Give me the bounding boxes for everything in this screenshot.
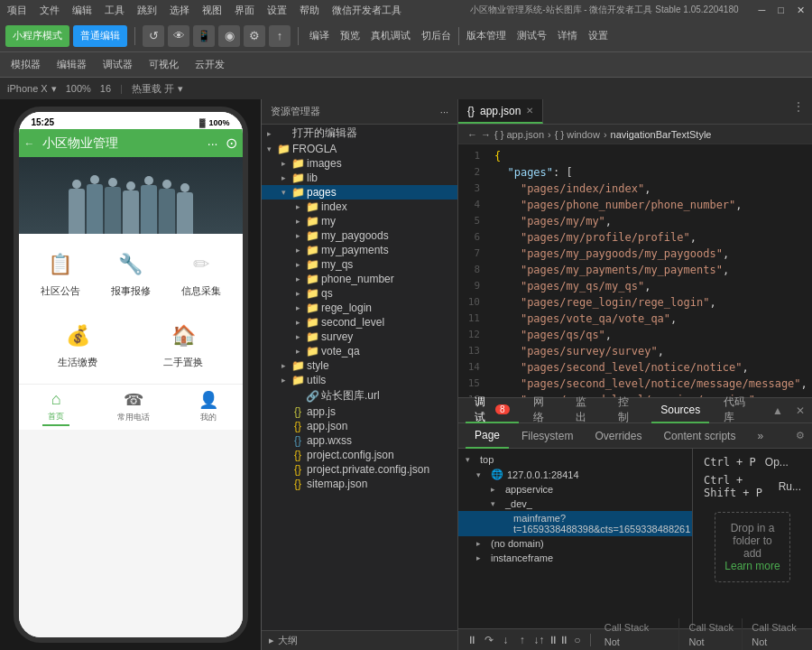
outline-section[interactable]: ▸ 大纲 bbox=[262, 630, 457, 650]
dt-instanceframe[interactable]: ▸ instanceframe bbox=[458, 551, 692, 565]
tab-close-icon[interactable]: ✕ bbox=[526, 106, 533, 116]
editor-more-btn[interactable]: ⋮ bbox=[785, 99, 812, 124]
settings-icon-btn[interactable]: ⚙ bbox=[244, 25, 265, 47]
sources-contentscripts-tab[interactable]: Content scripts bbox=[654, 423, 744, 449]
tree-item-lib[interactable]: ▸ 📁 lib bbox=[262, 171, 457, 185]
step-over-btn[interactable]: ↷ bbox=[483, 631, 496, 649]
sources-overrides-tab[interactable]: Overrides bbox=[586, 423, 651, 449]
dt-mainframe[interactable]: ▸ mainframe?t=1659338488398&cts=16593384… bbox=[458, 511, 692, 536]
menu-item-file[interactable]: 文件 bbox=[40, 4, 60, 17]
tree-item-utils[interactable]: ▸ 📁 utils bbox=[262, 373, 457, 387]
tree-item-my[interactable]: ▸ 📁 my bbox=[262, 214, 457, 228]
tree-item-images[interactable]: ▸ 📁 images bbox=[262, 156, 457, 171]
dt-appservice[interactable]: ▸ appservice bbox=[458, 482, 692, 497]
tree-item-appjs[interactable]: ▸ {} app.js bbox=[262, 404, 457, 419]
tree-item-appjson[interactable]: ▸ {} app.json bbox=[262, 419, 457, 433]
menu-item-settings[interactable]: 设置 bbox=[267, 4, 287, 17]
drop-zone[interactable]: Drop in a folder to add Learn more bbox=[715, 512, 790, 582]
tree-item-survey[interactable]: ▸ 📁 survey bbox=[262, 330, 457, 344]
toolbar2-debugger[interactable]: 调试器 bbox=[97, 56, 138, 73]
toolbar2-visual[interactable]: 可视化 bbox=[143, 56, 184, 73]
menu-item-edit[interactable]: 编辑 bbox=[72, 4, 92, 17]
dt-top[interactable]: ▾ top bbox=[458, 452, 692, 467]
upload-btn[interactable]: ↑ bbox=[269, 25, 291, 47]
more-icon[interactable]: ··· bbox=[440, 107, 448, 117]
tree-item-second-level[interactable]: ▸ 📁 second_level bbox=[262, 315, 457, 330]
tree-item-phone-number[interactable]: ▸ 📁 phone_number bbox=[262, 272, 457, 286]
nav-phone[interactable]: ☎ 常用电话 bbox=[117, 390, 150, 426]
compile-mode-btn[interactable]: 普通编辑 bbox=[73, 25, 127, 47]
menu-item-wechat[interactable]: 微信开发者工具 bbox=[332, 4, 401, 17]
refresh-btn[interactable]: ↺ bbox=[143, 25, 164, 47]
devtools-collapse-btn[interactable]: ▲ bbox=[772, 404, 783, 417]
tree-item-pages[interactable]: ▾ 📁 pages bbox=[262, 185, 457, 200]
right-toolbar-device-debug[interactable]: 真机调试 bbox=[371, 29, 411, 42]
root-folder[interactable]: ▾ 📁 FROGLA bbox=[262, 142, 457, 156]
sources-page-tab[interactable]: Page bbox=[466, 423, 509, 449]
step-btn[interactable]: ↓↑ bbox=[532, 631, 546, 649]
menu-item-project[interactable]: 项目 bbox=[7, 4, 27, 17]
menu-item-goto[interactable]: 跳到 bbox=[137, 4, 157, 17]
preview-btn[interactable]: 👁 bbox=[168, 25, 189, 47]
toolbar2-cloud[interactable]: 云开发 bbox=[189, 56, 230, 73]
right-toolbar-preview[interactable]: 预览 bbox=[340, 29, 360, 42]
eye-btn[interactable]: ◉ bbox=[218, 25, 240, 47]
nav-home[interactable]: ⌂ 首页 bbox=[42, 390, 69, 426]
devtools-tab-codelib[interactable]: 代码库 bbox=[715, 398, 761, 423]
toolbar2-editor[interactable]: 编辑器 bbox=[51, 56, 92, 73]
tree-item-rege-login[interactable]: ▸ 📁 rege_login bbox=[262, 301, 457, 315]
miniprogram-mode-btn[interactable]: 小程序模式 bbox=[5, 25, 69, 47]
pause-btn[interactable]: ⏸ bbox=[466, 631, 479, 649]
dt-nodomain[interactable]: ▸ (no domain) bbox=[458, 536, 692, 551]
device-selector[interactable]: iPhone X ▾ bbox=[7, 83, 57, 95]
menu-item-view[interactable]: 视图 bbox=[202, 4, 222, 17]
breakpoints-btn[interactable]: ○ bbox=[571, 631, 585, 649]
step-out-btn[interactable]: ↑ bbox=[516, 631, 530, 649]
device-btn[interactable]: 📱 bbox=[193, 25, 215, 47]
sources-more-tab[interactable]: » bbox=[748, 423, 772, 449]
tree-item-style[interactable]: ▸ 📁 style bbox=[262, 358, 457, 373]
tree-item-my-qs[interactable]: ▸ 📁 my_qs bbox=[262, 257, 457, 272]
nav-profile[interactable]: 👤 我的 bbox=[198, 390, 218, 426]
tree-item-my-paygoods[interactable]: ▸ 📁 my_paygoods bbox=[262, 228, 457, 243]
tree-item-my-payments[interactable]: ▸ 📁 my_payments bbox=[262, 243, 457, 257]
devtools-tab-debug[interactable]: 调试 8 bbox=[466, 398, 519, 423]
menu-item-payment[interactable]: 💰 生活缴费 bbox=[26, 312, 130, 376]
devtools-close-btn[interactable]: ✕ bbox=[796, 404, 805, 417]
menu-item-select[interactable]: 选择 bbox=[170, 4, 189, 17]
tree-item-vote-qa[interactable]: ▸ 📁 vote_qa bbox=[262, 344, 457, 358]
opened-editors-section[interactable]: ▸ 打开的编辑器 bbox=[262, 125, 457, 142]
step-into-btn[interactable]: ↓ bbox=[499, 631, 512, 649]
menu-item-tools[interactable]: 工具 bbox=[105, 4, 125, 17]
right-toolbar-detail[interactable]: 详情 bbox=[558, 29, 577, 42]
tree-item-qs[interactable]: ▸ 📁 qs bbox=[262, 286, 457, 301]
window-minimize[interactable]: ─ bbox=[759, 5, 766, 15]
window-close[interactable]: ✕ bbox=[797, 5, 805, 16]
right-toolbar-testnum[interactable]: 测试号 bbox=[517, 29, 547, 42]
hot-reload-toggle[interactable]: 热重载 开 ▾ bbox=[132, 82, 183, 96]
right-toolbar-compile[interactable]: 编译 bbox=[309, 29, 329, 42]
devtools-tab-network[interactable]: 网络 bbox=[524, 398, 561, 423]
menu-item-info[interactable]: ✏ 信息采集 bbox=[167, 241, 235, 305]
toolbar2-simulator[interactable]: 模拟器 bbox=[5, 56, 46, 73]
right-toolbar-background[interactable]: 切后台 bbox=[421, 29, 451, 42]
dt-dev[interactable]: ▾ _dev_ bbox=[458, 497, 692, 511]
menu-item-notice[interactable]: 📋 社区公告 bbox=[26, 241, 95, 305]
window-maximize[interactable]: □ bbox=[778, 5, 784, 15]
menu-item-help[interactable]: 帮助 bbox=[300, 4, 319, 17]
right-toolbar-version[interactable]: 版本管理 bbox=[466, 29, 506, 42]
subtab-settings-icon[interactable]: ⚙ bbox=[796, 430, 805, 441]
tree-item-appwxss[interactable]: ▸ {} app.wxss bbox=[262, 433, 457, 448]
devtools-tab-console[interactable]: 控制 bbox=[609, 398, 646, 423]
editor-tab-appjson[interactable]: {} app.json ✕ bbox=[458, 99, 543, 124]
deactivate-btn[interactable]: ⏸⏸ bbox=[549, 631, 567, 649]
right-toolbar-settings[interactable]: 设置 bbox=[588, 29, 608, 42]
tree-item-index[interactable]: ▸ 📁 index bbox=[262, 200, 457, 214]
tree-item-projectprivatejson[interactable]: ▸ {} project.private.config.json bbox=[262, 462, 457, 477]
devtools-tab-sources[interactable]: Sources bbox=[651, 398, 709, 423]
tree-item-projectjson[interactable]: ▸ {} project.config.json bbox=[262, 448, 457, 462]
menu-item-interface[interactable]: 界面 bbox=[235, 4, 254, 17]
dt-127[interactable]: ▾ 🌐 127.0.0.1:28414 bbox=[458, 467, 692, 482]
learn-more-link[interactable]: Learn more bbox=[724, 560, 780, 572]
tree-item-url[interactable]: ▸ 🔗 站长图库.url bbox=[262, 387, 457, 404]
